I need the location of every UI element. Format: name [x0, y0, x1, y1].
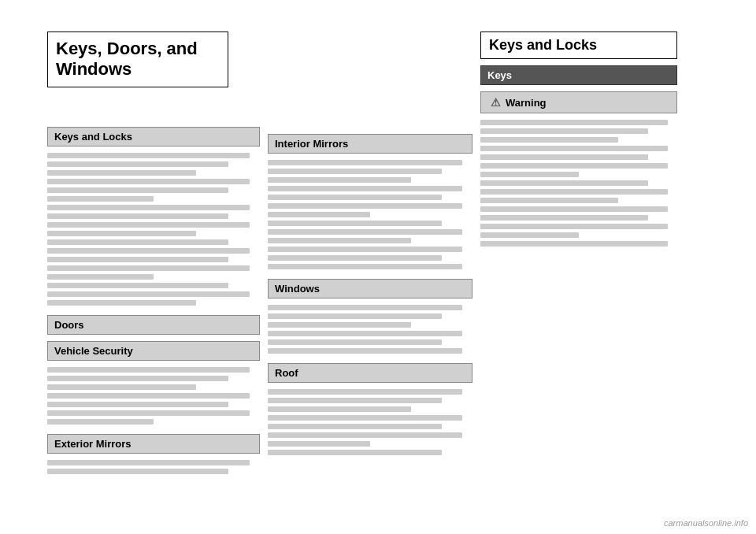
content-line	[47, 402, 228, 407]
content-line	[268, 406, 411, 412]
content-line	[268, 389, 462, 395]
interior-mirrors-bar[interactable]: Interior Mirrors	[268, 134, 472, 154]
spacer1	[47, 111, 260, 127]
content-line	[47, 257, 228, 262]
exterior-mirrors-bar[interactable]: Exterior Mirrors	[47, 434, 260, 454]
content-line	[480, 163, 668, 169]
content-line	[480, 232, 579, 238]
content-line	[268, 186, 462, 191]
content-line	[268, 255, 442, 261]
interior-mirrors-content	[268, 160, 472, 269]
content-line	[268, 203, 462, 209]
content-line	[47, 469, 228, 474]
left-column: Keys, Doors, and Windows Keys and Locks	[47, 24, 260, 473]
content-line	[268, 331, 462, 336]
page-container: Keys, Doors, and Windows Keys and Locks	[0, 0, 756, 534]
content-line	[268, 450, 442, 455]
content-line	[268, 160, 462, 165]
content-line	[480, 206, 668, 212]
content-line	[47, 419, 154, 425]
content-line	[47, 384, 196, 390]
right-content	[480, 120, 677, 247]
content-line	[480, 146, 668, 151]
doors-bar[interactable]: Doors	[47, 315, 260, 335]
content-line	[47, 367, 250, 373]
content-line	[480, 172, 579, 177]
columns-layout: Keys, Doors, and Windows Keys and Locks	[0, 0, 756, 488]
content-line	[47, 248, 250, 254]
content-line	[47, 393, 250, 399]
content-line	[268, 424, 442, 429]
content-line	[47, 161, 228, 167]
content-line	[47, 196, 154, 202]
vehicle-security-content	[47, 367, 260, 425]
middle-column: Interior Mirrors Windows	[268, 24, 472, 473]
content-line	[47, 410, 250, 416]
content-line	[47, 153, 250, 158]
content-line	[47, 239, 228, 245]
roof-bar[interactable]: Roof	[268, 363, 472, 383]
keys-locks-content	[47, 153, 260, 306]
exterior-mirrors-content	[47, 460, 260, 474]
watermark-text: carmanualsonline.info	[664, 518, 748, 528]
keys-subtitle-bar[interactable]: Keys	[480, 65, 677, 85]
content-line	[480, 137, 618, 143]
content-line	[268, 339, 442, 345]
content-line	[47, 283, 228, 288]
content-line	[47, 213, 228, 219]
warning-label: Warning	[506, 97, 547, 109]
content-line	[268, 238, 411, 243]
content-line	[47, 291, 250, 297]
content-line	[268, 177, 411, 183]
content-line	[47, 274, 154, 280]
content-line	[268, 212, 370, 217]
content-line	[47, 170, 196, 176]
main-title-line2: Windows	[56, 59, 132, 79]
windows-content	[268, 305, 472, 354]
content-line	[268, 441, 370, 447]
content-line	[480, 128, 648, 134]
content-line	[47, 179, 250, 184]
right-column: Keys and Locks Keys ⚠ Warning	[480, 24, 677, 473]
content-line	[480, 120, 668, 125]
keys-and-locks-bar-left[interactable]: Keys and Locks	[47, 127, 260, 146]
content-line	[47, 460, 250, 465]
content-line	[47, 222, 250, 228]
keys-and-locks-title-text: Keys and Locks	[489, 37, 597, 53]
content-line	[268, 313, 442, 319]
vehicle-security-bar[interactable]: Vehicle Security	[47, 341, 260, 361]
content-line	[480, 180, 648, 186]
warning-triangle-icon: ⚠	[491, 96, 501, 109]
content-line	[268, 169, 442, 174]
content-line	[268, 264, 462, 269]
content-line	[268, 195, 442, 200]
content-line	[47, 376, 228, 381]
windows-bar[interactable]: Windows	[268, 279, 472, 299]
content-line	[480, 241, 668, 247]
content-line	[47, 231, 196, 236]
content-line	[47, 205, 250, 210]
content-line	[480, 224, 668, 229]
content-line	[268, 229, 462, 235]
content-line	[268, 432, 462, 438]
content-line	[480, 198, 618, 203]
warning-box: ⚠ Warning	[480, 91, 677, 113]
content-line	[47, 187, 228, 193]
roof-content	[268, 389, 472, 455]
content-line	[480, 189, 668, 195]
main-title-line1: Keys, Doors, and	[56, 39, 198, 58]
content-line	[268, 415, 462, 421]
content-line	[268, 348, 462, 354]
content-line	[47, 265, 250, 271]
keys-and-locks-title: Keys and Locks	[480, 32, 677, 59]
content-line	[480, 154, 648, 160]
main-title: Keys, Doors, and Windows	[47, 32, 228, 87]
content-line	[268, 305, 462, 310]
content-line	[268, 247, 462, 252]
content-line	[268, 322, 411, 328]
content-line	[480, 215, 648, 221]
content-line	[47, 300, 196, 306]
keys-subtitle-text: Keys	[487, 69, 512, 81]
footer-watermark: carmanualsonline.info	[664, 518, 748, 528]
content-line	[268, 398, 442, 403]
